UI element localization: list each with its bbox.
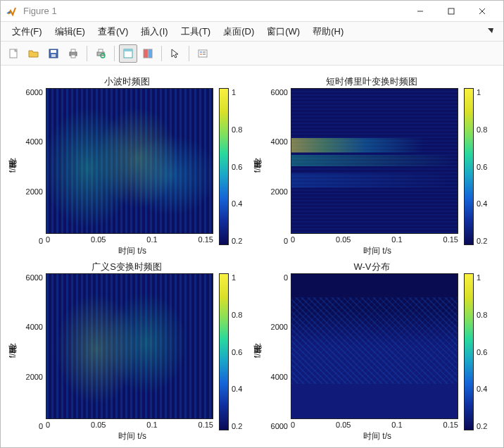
y-axis-label: 频率 f/Hz [252, 158, 264, 175]
svg-rect-7 [51, 54, 56, 57]
open-button[interactable] [25, 44, 43, 63]
menubar: 文件(F) 编辑(E) 查看(V) 插入(I) 工具(T) 桌面(D) 窗口(W… [1, 22, 503, 42]
menu-desktop[interactable]: 桌面(D) [220, 24, 257, 39]
colorbar-ticks: 10.80.60.40.2 [229, 88, 247, 245]
x-ticks: 00.050.10.15 [46, 234, 213, 245]
close-button[interactable] [467, 1, 498, 21]
menu-insert[interactable]: 插入(I) [138, 24, 170, 39]
insert-colorbar-button[interactable] [139, 44, 157, 63]
plot-area[interactable] [291, 88, 458, 234]
toolbar [1, 42, 503, 66]
spectrogram-image [291, 274, 458, 418]
titlebar[interactable]: Figure 1 [1, 1, 503, 22]
menu-help[interactable]: 帮助(H) [310, 24, 346, 39]
x-ticks: 00.050.10.15 [46, 419, 213, 430]
menu-view[interactable]: 查看(V) [95, 24, 131, 39]
chart-title: 短时傅里叶变换时频图 [251, 75, 492, 88]
figure-content: 小波时频图频率 f/Hz600040002000000.050.10.1510.… [1, 66, 503, 447]
pointer-button[interactable] [166, 44, 184, 63]
subplot-2[interactable]: 短时傅里叶变换时频图频率 f/Hz600040002000000.050.10.… [251, 75, 492, 256]
y-ticks: 6000400020000 [264, 88, 291, 245]
chart-title: 小波时频图 [6, 75, 247, 88]
subplot-1[interactable]: 小波时频图频率 f/Hz600040002000000.050.10.1510.… [6, 75, 247, 256]
print-preview-button[interactable] [92, 44, 110, 63]
x-ticks: 00.050.10.15 [291, 419, 458, 430]
y-axis-label: 频率 f/Hz [7, 158, 19, 175]
matlab-icon [6, 6, 18, 17]
svg-rect-6 [51, 50, 56, 53]
colorbar-ticks: 10.80.60.40.2 [474, 88, 492, 245]
svg-rect-12 [99, 49, 103, 52]
svg-rect-1 [448, 8, 454, 14]
colorbar-ticks: 10.80.60.40.2 [474, 273, 492, 430]
colorbar-ticks: 10.80.60.40.2 [229, 273, 247, 430]
svg-rect-18 [199, 50, 207, 57]
colorbar [219, 88, 229, 245]
menu-window[interactable]: 窗口(W) [264, 24, 303, 39]
chevron-icon[interactable] [486, 26, 495, 37]
x-axis-label: 时间 t/s [291, 245, 464, 256]
colorbar [219, 273, 229, 430]
menu-edit[interactable]: 编辑(E) [52, 24, 88, 39]
print-button[interactable] [64, 44, 82, 63]
y-ticks: 6000400020000 [19, 88, 46, 245]
svg-rect-10 [71, 55, 75, 58]
spectrogram-image [291, 89, 458, 233]
chart-title: W-V分布 [251, 261, 492, 273]
colorbar [464, 88, 474, 245]
maximize-button[interactable] [436, 1, 467, 21]
colorbar [464, 273, 474, 430]
subplot-4[interactable]: W-V分布频率 f/Hz020004000600000.050.10.1510.… [251, 261, 492, 442]
x-axis-label: 时间 t/s [291, 430, 464, 442]
y-axis-label: 频率 f/Hz [7, 343, 19, 361]
spectrogram-image [46, 89, 213, 233]
save-button[interactable] [44, 44, 63, 63]
spectrogram-image [46, 274, 213, 418]
menu-file[interactable]: 文件(F) [9, 24, 45, 39]
y-axis-label: 频率 f/Hz [252, 343, 264, 361]
menu-tools[interactable]: 工具(T) [178, 24, 214, 39]
x-ticks: 00.050.10.15 [291, 234, 458, 245]
figure-window: Figure 1 文件(F) 编辑(E) 查看(V) 插入(I) 工具(T) 桌… [0, 0, 504, 448]
y-ticks: 0200040006000 [264, 273, 291, 430]
new-figure-button[interactable] [5, 44, 23, 63]
plot-area[interactable] [46, 88, 213, 234]
svg-rect-17 [149, 49, 152, 58]
window-title: Figure 1 [23, 6, 405, 16]
chart-title: 广义S变换时频图 [6, 261, 247, 273]
plot-area[interactable] [46, 273, 213, 419]
svg-rect-15 [124, 49, 132, 51]
svg-rect-9 [71, 49, 75, 52]
insert-legend-button[interactable] [194, 44, 212, 63]
link-plot-button[interactable] [119, 44, 137, 63]
y-ticks: 6000400020000 [19, 273, 46, 430]
x-axis-label: 时间 t/s [46, 430, 219, 442]
svg-rect-16 [144, 49, 148, 58]
plot-area[interactable] [291, 273, 458, 419]
minimize-button[interactable] [405, 1, 436, 21]
subplot-3[interactable]: 广义S变换时频图频率 f/Hz600040002000000.050.10.15… [6, 261, 247, 442]
x-axis-label: 时间 t/s [46, 245, 219, 256]
